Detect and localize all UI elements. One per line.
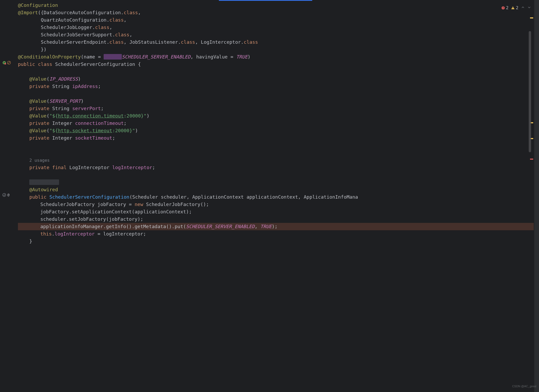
progress-bar [219, 0, 312, 1]
code-line[interactable]: private String ipAddress; [18, 83, 534, 90]
svg-rect-3 [513, 7, 513, 8]
anno-icon: @ [7, 193, 11, 197]
code-line[interactable]: SchedulerJobFactory jobFactory = new Sch… [18, 201, 534, 208]
code-line[interactable]: this.logInterceptor = logInterceptor; [18, 230, 534, 238]
code-line[interactable]: private Integer socketTimeout; [18, 134, 534, 142]
code-line[interactable]: @Value("${http.socket.timeout:20000}") [18, 127, 534, 134]
chevron-down-icon [527, 6, 531, 9]
watermark: CSDN @AC_great [512, 383, 536, 390]
class-gutter-icons[interactable] [2, 61, 15, 65]
highlighted-line[interactable]: applicationInfoManager.getInfo().getMeta… [18, 223, 534, 230]
svg-rect-2 [503, 9, 503, 9]
code-line[interactable]: private final LogInterceptor logIntercep… [18, 164, 534, 171]
code-line[interactable]: @Value(SERVER_PORT) [18, 97, 534, 105]
code-line[interactable]: scheduler.setJobFactory(jobFactory); [18, 215, 534, 223]
code-line[interactable]: @Configuration [18, 2, 534, 9]
warning-count[interactable]: 2 [511, 4, 518, 12]
impl-icon [2, 193, 6, 197]
code-line[interactable]: SchedulerServerEndpoint.class, JobStatus… [18, 38, 534, 46]
svg-rect-1 [503, 7, 503, 8]
code-line[interactable]: private Integer connectionTimeout; [18, 120, 534, 127]
code-line[interactable]: public class SchedulerServerConfiguratio… [18, 61, 534, 68]
code-line[interactable]: @ConditionalOnProperty(name = xxxxxxSCHE… [18, 53, 534, 61]
editor-gutter[interactable]: @ [0, 2, 18, 392]
svg-text:@: @ [7, 193, 9, 197]
warning-count-value: 2 [516, 4, 518, 12]
svg-point-6 [4, 63, 6, 65]
usages-hint[interactable]: 2 usages [18, 156, 534, 164]
error-icon [501, 6, 505, 10]
code-line[interactable]: xxxx xxxx [18, 179, 534, 186]
code-line[interactable]: } [18, 238, 534, 245]
code-line[interactable]: }) [18, 46, 534, 53]
code-line[interactable] [18, 90, 534, 97]
code-line[interactable]: @Value("${http.connection.timeout:20000}… [18, 112, 534, 120]
inspection-widget[interactable]: 2 2 [501, 4, 531, 12]
svg-line-8 [8, 61, 10, 64]
right-tool-strip [534, 0, 539, 392]
warning-icon [511, 6, 515, 10]
code-line[interactable]: public SchedulerServerConfiguration(Sche… [18, 193, 534, 201]
code-line[interactable]: @Value(IP_ADDRESS) [18, 75, 534, 83]
svg-point-9 [3, 193, 6, 197]
code-line[interactable] [18, 149, 534, 156]
error-count[interactable]: 2 [501, 4, 509, 12]
code-line[interactable]: QuartzAutoConfiguration.class, [18, 16, 534, 24]
code-line[interactable]: @Autowired [18, 186, 534, 193]
code-line[interactable] [18, 142, 534, 149]
code-line[interactable]: @Import({DataSourceAutoConfiguration.cla… [18, 9, 534, 16]
code-line[interactable] [18, 68, 534, 75]
code-line[interactable]: SchedulerJobLogger.class, [18, 24, 534, 31]
code-line[interactable] [18, 171, 534, 179]
code-editor[interactable]: @Configuration @Import({DataSourceAutoCo… [18, 2, 534, 392]
code-line[interactable]: jobFactory.setApplicationContext(applica… [18, 208, 534, 215]
ctor-gutter-icons[interactable]: @ [2, 193, 15, 197]
run-icon [2, 61, 6, 65]
prev-highlight-button[interactable] [521, 4, 525, 12]
next-highlight-button[interactable] [527, 4, 531, 12]
chevron-up-icon [521, 6, 525, 9]
code-line[interactable]: private String serverPort; [18, 105, 534, 112]
error-count-value: 2 [506, 4, 509, 12]
code-line[interactable]: SchedulerJobServerSupport.class, [18, 31, 534, 38]
svg-rect-4 [513, 8, 513, 9]
nav-icon [7, 61, 11, 65]
